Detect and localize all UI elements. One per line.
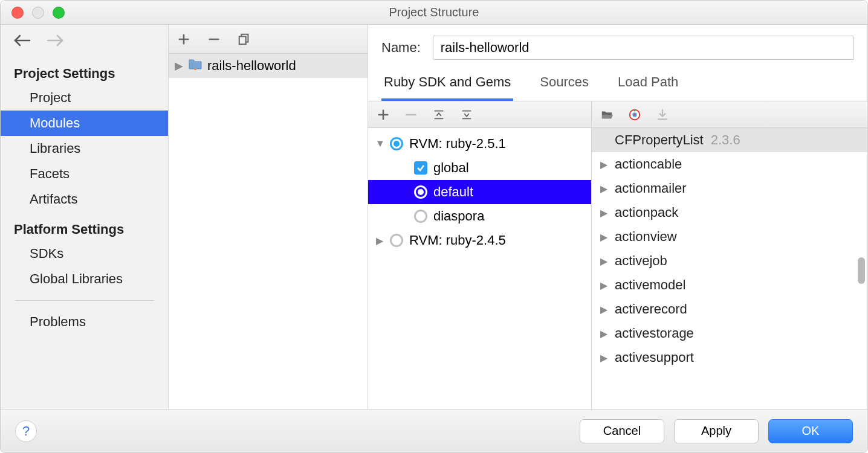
copy-module-icon[interactable]	[238, 33, 251, 46]
sdk-child-label: default	[433, 184, 473, 200]
module-name: rails-helloworld	[207, 58, 296, 74]
disclosure-closed-icon[interactable]: ▶	[600, 207, 607, 219]
collapse-all-icon[interactable]	[432, 108, 445, 121]
nav-back-icon[interactable]	[13, 33, 32, 50]
add-sdk-icon[interactable]	[377, 108, 390, 121]
module-name-input[interactable]	[433, 36, 854, 60]
open-folder-icon[interactable]	[600, 108, 614, 121]
svg-point-17	[633, 114, 636, 116]
sidebar-item-modules[interactable]: Modules	[1, 111, 168, 136]
radio-icon[interactable]	[414, 185, 427, 199]
module-row[interactable]: ▶ rails-helloworld	[169, 54, 368, 78]
cancel-button[interactable]: Cancel	[580, 419, 664, 443]
disclosure-closed-icon[interactable]: ▶	[600, 183, 607, 194]
sdk-child-label: diaspora	[433, 208, 484, 224]
expand-all-icon[interactable]	[460, 108, 473, 121]
sidebar-item-libraries[interactable]: Libraries	[1, 136, 168, 161]
sdk-toolbar	[368, 101, 591, 128]
gem-row[interactable]: ▶actionpack	[592, 201, 867, 225]
gem-row[interactable]: ▶actionmailer	[592, 176, 867, 201]
radio-icon[interactable]	[390, 234, 403, 247]
disclosure-closed-icon[interactable]: ▶	[600, 159, 607, 170]
remove-module-icon[interactable]	[207, 33, 221, 46]
gem-row[interactable]: ▶activesupport	[592, 345, 867, 370]
svg-rect-18	[634, 109, 635, 111]
section-project-settings: Project Settings	[1, 56, 168, 85]
sidebar-item-project[interactable]: Project	[1, 85, 168, 111]
ok-button[interactable]: OK	[768, 419, 853, 443]
sdk-child-label: global	[433, 160, 469, 176]
gem-row[interactable]: CFPropertyList 2.3.6	[592, 128, 867, 152]
sdk-node[interactable]: ▶ RVM: ruby-2.4.5	[368, 228, 591, 252]
sidebar-item-facets[interactable]: Facets	[1, 161, 168, 187]
help-button[interactable]: ?	[15, 420, 37, 442]
apply-button[interactable]: Apply	[674, 419, 759, 443]
gems-list[interactable]: CFPropertyList 2.3.6 ▶actioncable ▶actio…	[592, 128, 867, 409]
checkbox-icon[interactable]	[414, 161, 427, 175]
gem-name: activejob	[615, 253, 667, 269]
sdk-label: RVM: ruby-2.4.5	[409, 233, 506, 248]
module-folder-icon	[188, 58, 202, 74]
sdk-column: ▼ RVM: ruby-2.5.1 global de	[368, 101, 592, 409]
sidebar-item-global-libraries[interactable]: Global Libraries	[1, 266, 168, 292]
disclosure-open-icon[interactable]: ▼	[375, 138, 384, 149]
name-label: Name:	[381, 40, 421, 56]
disclosure-closed-icon[interactable]: ▶	[375, 235, 384, 246]
gem-name: activemodel	[615, 277, 685, 293]
titlebar: Project Structure	[1, 1, 867, 25]
sidebar-item-artifacts[interactable]: Artifacts	[1, 187, 168, 212]
gem-row[interactable]: ▶activerecord	[592, 297, 867, 321]
gem-row[interactable]: ▶activemodel	[592, 273, 867, 297]
dialog-footer: ? Cancel Apply OK	[1, 409, 867, 452]
disclosure-closed-icon[interactable]: ▶	[600, 280, 607, 291]
modules-toolbar	[169, 25, 368, 54]
sidebar-item-problems[interactable]: Problems	[1, 309, 168, 335]
gem-name: actioncable	[615, 156, 682, 172]
radio-icon[interactable]	[390, 137, 403, 150]
gems-column: CFPropertyList 2.3.6 ▶actioncable ▶actio…	[592, 101, 867, 409]
rubygems-icon[interactable]	[628, 108, 641, 121]
module-disclosure-icon[interactable]: ▶	[175, 59, 183, 72]
module-tabs: Ruby SDK and Gems Sources Load Path	[368, 71, 867, 101]
window-zoom[interactable]	[53, 7, 65, 19]
tab-sources[interactable]: Sources	[537, 71, 591, 101]
remove-sdk-icon	[404, 108, 418, 121]
gem-name: activerecord	[615, 301, 687, 317]
disclosure-closed-icon[interactable]: ▶	[600, 231, 607, 243]
nav-forward-icon	[45, 33, 65, 50]
sdk-child-diaspora[interactable]: diaspora	[368, 204, 591, 228]
radio-icon[interactable]	[414, 210, 427, 223]
sdk-tree: ▼ RVM: ruby-2.5.1 global de	[368, 128, 591, 252]
section-platform-settings: Platform Settings	[1, 212, 168, 241]
sdk-child-default[interactable]: default	[368, 180, 591, 204]
window-close[interactable]	[11, 7, 24, 19]
download-icon	[656, 108, 669, 121]
sidebar-item-sdks[interactable]: SDKs	[1, 241, 168, 266]
gem-name: CFPropertyList	[615, 132, 704, 148]
disclosure-closed-icon[interactable]: ▶	[600, 352, 607, 364]
window-minimize[interactable]	[32, 7, 44, 19]
modules-column: ▶ rails-helloworld	[169, 25, 368, 409]
gem-name: activestorage	[615, 326, 694, 341]
gem-name: actionmailer	[615, 181, 687, 196]
tab-load-path[interactable]: Load Path	[615, 71, 681, 101]
disclosure-closed-icon[interactable]: ▶	[600, 328, 607, 339]
add-module-icon[interactable]	[177, 33, 190, 46]
window-title: Project Structure	[389, 5, 479, 19]
gem-row[interactable]: ▶activestorage	[592, 321, 867, 345]
gems-scrollbar[interactable]	[858, 257, 865, 284]
svg-rect-6	[239, 36, 246, 44]
gems-toolbar	[592, 101, 867, 128]
settings-sidebar: Project Settings Project Modules Librari…	[1, 25, 169, 409]
sdk-child-global[interactable]: global	[368, 156, 591, 180]
disclosure-closed-icon[interactable]: ▶	[600, 255, 607, 267]
tab-ruby-sdk[interactable]: Ruby SDK and Gems	[381, 71, 513, 101]
sdk-node[interactable]: ▼ RVM: ruby-2.5.1	[368, 132, 591, 156]
gem-name: actionview	[615, 229, 677, 245]
module-details: Name: Ruby SDK and Gems Sources Load Pat…	[368, 25, 867, 409]
disclosure-closed-icon[interactable]: ▶	[600, 304, 607, 315]
gem-row[interactable]: ▶actioncable	[592, 152, 867, 176]
sdk-label: RVM: ruby-2.5.1	[409, 136, 506, 152]
gem-row[interactable]: ▶activejob	[592, 249, 867, 273]
gem-row[interactable]: ▶actionview	[592, 225, 867, 249]
